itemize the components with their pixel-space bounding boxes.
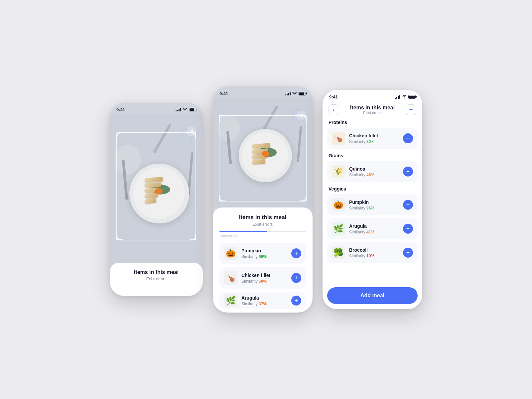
broccoli-sim-3: Similarity 19% [349,254,399,258]
arugula-info-3: Arugula Similarity 41% [349,223,399,234]
chicken-name-2: Chicken fillet [241,273,287,278]
signal-icon-1 [176,108,181,111]
quinoa-name-3: Quinoa [349,166,399,172]
pumpkin-name-2: Pumpkin [241,248,287,253]
add-pumpkin-button-3[interactable]: + [403,200,413,210]
header-3: ‹ Items in this meal Exist errors + [323,102,422,118]
add-chicken-button-2[interactable]: + [291,273,301,283]
back-icon-3: ‹ [333,106,335,113]
add-pumpkin-button-2[interactable]: + [291,248,301,258]
pumpkin-icon-2: 🎃 [224,247,237,260]
processing-text-2: Processing... [219,234,306,238]
header-subtitle-3: Exist errors [350,111,395,115]
chicken-icon-2: 🍗 [224,271,237,285]
signal-icon-3 [395,95,401,99]
wifi-icon-3 [402,94,407,100]
screens-container: 9:41 [110,86,422,313]
phone-screen-1: 9:41 [110,103,203,296]
pumpkin-name-3: Pumpkin [349,200,399,205]
food-item-chicken-2: 🍗 Chicken fillet Similarity 50% + [219,267,306,289]
add-arugula-button-3[interactable]: + [403,224,413,234]
add-broccoli-button-3[interactable]: + [403,248,413,258]
battery-icon-3 [408,95,416,99]
quinoa-sim-3: Similarity 46% [349,173,399,177]
quinoa-info-3: Quinoa Similarity 46% [349,166,399,177]
progress-bar-2 [219,231,306,232]
plus-button-3[interactable]: + [406,104,416,115]
chicken-sim-3: Similarity 80% [349,139,399,144]
status-icons-1 [176,107,197,112]
add-arugula-button-2[interactable]: + [291,296,301,306]
add-chicken-button-3[interactable]: + [403,133,413,143]
food-item-arugula-2: 🌿 Arugula Similarity 37% + [219,292,306,309]
header-title-block-3: Items in this meal Exist errors [350,105,395,115]
plus-icon-3: + [409,106,413,114]
food-item-quinoa-3: 🌾 Quinoa Similarity 46% + [327,161,418,182]
food-item-pumpkin-3: 🎃 Pumpkin Similarity 96% + [327,194,418,215]
arugula-name-3: Arugula [349,223,399,229]
time-3: 9:41 [329,94,338,99]
arugula-similarity-2: Similarity 37% [241,302,287,306]
time-2: 9:41 [219,91,228,96]
pumpkin-info-2: Pumpkin Similarity 96% [241,248,287,259]
pumpkin-similarity-2: Similarity 96% [241,254,287,259]
add-meal-button-3[interactable]: Add meal [327,287,418,304]
arugula-icon-3: 🌿 [332,222,345,235]
panel-subtitle-2: Exist errors [219,222,306,227]
add-quinoa-button-3[interactable]: + [403,167,413,177]
close-button-2[interactable]: ✕ [297,111,306,120]
battery-icon-2 [299,92,306,95]
status-icons-2 [285,90,306,96]
bottom-panel-2: Items in this meal Exist errors Processi… [213,207,313,313]
chicken-info-3: Chicken fillet Similarity 80% [349,133,399,144]
header-title-3: Items in this meal [350,105,395,111]
food-item-arugula-3: 🌿 Arugula Similarity 41% + [327,218,418,239]
food-item-pumpkin-2: 🎃 Pumpkin Similarity 96% + [219,243,306,264]
wifi-icon-2 [292,90,297,96]
chicken-info-2: Chicken fillet Similarity 50% [241,273,287,284]
section-label-grains: Grains [323,152,422,161]
section-label-proteins: Proteins [323,118,422,128]
food-item-broccoli-3: 🥦 Broccoli Similarity 19% + [327,242,418,263]
phone-screen-2: 9:41 [213,86,313,313]
status-icons-3 [395,94,416,100]
food-item-chicken-3: 🍗 Chicken fillet Similarity 80% + [327,128,418,149]
pumpkin-icon-3: 🎃 [332,198,345,211]
content-scroll-3: Proteins 🍗 Chicken fillet Similarity 80%… [323,118,422,284]
battery-icon-1 [189,108,196,111]
chicken-name-3: Chicken fillet [349,133,399,138]
broccoli-info-3: Broccoli Similarity 19% [349,247,399,258]
progress-fill-2 [219,231,267,232]
close-button-1[interactable]: ✕ [187,127,196,136]
food-photo-1: ✕ [110,114,203,267]
pumpkin-info-3: Pumpkin Similarity 96% [349,200,399,210]
status-bar-3: 9:41 [323,90,422,102]
time-1: 9:41 [116,107,125,112]
section-label-veggies: Veggies [323,185,422,194]
broccoli-icon-3: 🥦 [332,246,345,259]
pumpkin-sim-3: Similarity 96% [349,206,399,210]
broccoli-name-3: Broccoli [349,247,399,253]
status-bar-1: 9:41 [110,103,203,114]
quinoa-icon-3: 🌾 [332,165,345,178]
phone-screen-3: 9:41 [323,90,422,309]
arugula-sim-3: Similarity 41% [349,230,399,234]
status-bar-2: 9:41 [213,86,313,98]
sheet-title-1: Items in this meal [116,269,196,275]
panel-title-2: Items in this meal [219,214,306,221]
chicken-icon-3: 🍗 [332,132,345,145]
wifi-icon-1 [183,107,187,112]
chicken-similarity-2: Similarity 50% [241,279,287,284]
bottom-sheet-1: Items in this meal Exist errors [110,263,203,296]
back-button-3[interactable]: ‹ [329,104,339,115]
arugula-info-2: Arugula Similarity 37% [241,295,287,306]
arugula-icon-2: 🌿 [224,294,237,307]
sheet-subtitle-1: Exist errors [116,277,196,281]
signal-icon-2 [285,92,291,95]
arugula-name-2: Arugula [241,295,287,301]
food-photo-2: ✕ [213,98,313,207]
